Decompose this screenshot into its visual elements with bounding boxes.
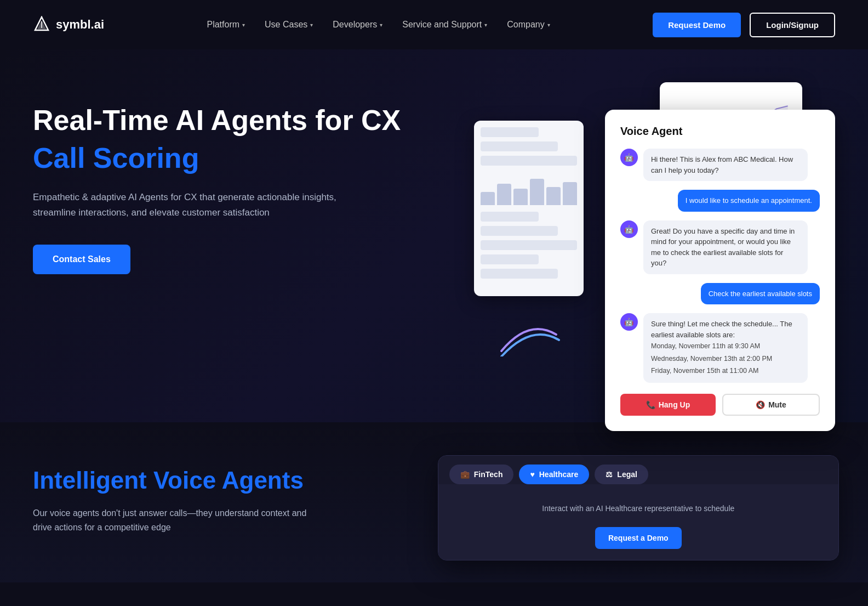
dash-row xyxy=(481,240,577,250)
nav-item-company[interactable]: Company ▾ xyxy=(507,20,550,30)
section2-right: 💼 FinTech ♥ Healthcare ⚖ Legal Interact … xyxy=(438,455,839,560)
logo-icon xyxy=(33,16,50,33)
message-row: 🤖 Sure thing! Let me check the schedule.… xyxy=(620,313,820,383)
nav-item-service[interactable]: Service and Support ▾ xyxy=(402,20,487,30)
user-message-bubble: Check the earliest available slots xyxy=(701,283,820,305)
section2-title: Intelligent Voice Agents xyxy=(33,466,394,495)
mute-icon: 🔇 xyxy=(756,400,765,409)
avatar: 🤖 xyxy=(620,220,638,238)
nav-item-developers[interactable]: Developers ▾ xyxy=(333,20,382,30)
navbar: symbl.ai Platform ▾ Use Cases ▾ Develope… xyxy=(0,0,868,49)
logo[interactable]: symbl.ai xyxy=(33,16,104,33)
bar xyxy=(546,187,561,205)
section-2: Intelligent Voice Agents Our voice agent… xyxy=(0,422,868,582)
dash-row xyxy=(481,156,577,166)
hero-subtitle: Call Scoring xyxy=(33,141,474,174)
bottom-card-text: Interact with an AI Healthcare represent… xyxy=(449,495,827,522)
request-demo-button[interactable]: Request Demo xyxy=(653,13,741,37)
tab-fintech[interactable]: 💼 FinTech xyxy=(449,465,514,484)
voice-agent-title: Voice Agent xyxy=(620,125,820,138)
contact-sales-button[interactable]: Contact Sales xyxy=(33,245,130,274)
hero-title: Real-Time AI Agents for CX xyxy=(33,104,474,137)
dash-row xyxy=(481,212,539,222)
avatar: 🤖 xyxy=(620,313,638,331)
nav-links: Platform ▾ Use Cases ▾ Developers ▾ Serv… xyxy=(207,20,550,30)
bar xyxy=(563,182,577,205)
login-signup-button[interactable]: Login/Signup xyxy=(750,13,835,37)
message-row: 🤖 Hi there! This is Alex from ABC Medica… xyxy=(620,149,820,181)
chevron-down-icon: ▾ xyxy=(310,22,313,28)
hero-description: Empathetic & adaptive AI Agents for CX t… xyxy=(33,190,351,220)
legal-icon: ⚖ xyxy=(606,470,613,479)
bar xyxy=(481,192,495,205)
section2-left: Intelligent Voice Agents Our voice agent… xyxy=(33,455,394,535)
user-message-bubble: I would like to schedule an appointment. xyxy=(678,190,820,212)
hang-up-button[interactable]: 📞 Hang Up xyxy=(620,394,716,416)
dash-row xyxy=(481,141,558,151)
chevron-down-icon: ▾ xyxy=(547,22,550,28)
dash-row xyxy=(481,269,558,279)
tab-legal[interactable]: ⚖ Legal xyxy=(595,465,648,484)
bottom-card-content: Interact with an AI Healthcare represent… xyxy=(438,484,838,560)
call-actions: 📞 Hang Up 🔇 Mute xyxy=(620,394,820,416)
hero-left: Real-Time AI Agents for CX Call Scoring … xyxy=(33,82,474,274)
bar xyxy=(497,184,511,205)
dash-row xyxy=(481,254,539,264)
chevron-down-icon: ▾ xyxy=(484,22,487,28)
tab-row: 💼 FinTech ♥ Healthcare ⚖ Legal xyxy=(438,456,838,484)
message-bubble: Sure thing! Let me check the schedule...… xyxy=(643,313,808,383)
tab-healthcare[interactable]: ♥ Healthcare xyxy=(519,465,589,484)
message-bubble: Great! Do you have a specific day and ti… xyxy=(643,220,808,274)
decorative-lines xyxy=(496,313,562,356)
chevron-down-icon: ▾ xyxy=(380,22,382,28)
bar-chart xyxy=(481,172,577,205)
hero-right: Voice Agent 🤖 Hi there! This is Alex fro… xyxy=(474,82,835,378)
bar xyxy=(530,179,544,205)
phone-icon: 📞 xyxy=(646,400,655,409)
bar xyxy=(513,189,528,205)
dash-row xyxy=(481,226,558,236)
chevron-down-icon: ▾ xyxy=(242,22,245,28)
message-row: 🤖 Great! Do you have a specific day and … xyxy=(620,220,820,274)
avatar: 🤖 xyxy=(620,149,638,166)
bottom-card: 💼 FinTech ♥ Healthcare ⚖ Legal Interact … xyxy=(438,455,839,560)
heart-icon: ♥ xyxy=(530,470,534,479)
fintech-icon: 💼 xyxy=(460,470,470,479)
nav-item-platform[interactable]: Platform ▾ xyxy=(207,20,245,30)
voice-agent-card: Voice Agent 🤖 Hi there! This is Alex fro… xyxy=(605,110,835,431)
dash-row xyxy=(481,127,539,137)
hero-section: Real-Time AI Agents for CX Call Scoring … xyxy=(0,49,868,422)
appointment-slots: Monday, November 11th at 9:30 AM Wednesd… xyxy=(651,340,800,377)
nav-actions: Request Demo Login/Signup xyxy=(653,13,835,37)
message-row: I would like to schedule an appointment. xyxy=(620,190,820,212)
message-bubble: Hi there! This is Alex from ABC Medical.… xyxy=(643,149,808,181)
nav-item-usecases[interactable]: Use Cases ▾ xyxy=(265,20,313,30)
request-demo-bottom-button[interactable]: Request a Demo xyxy=(595,527,682,549)
message-row: Check the earliest available slots xyxy=(620,283,820,305)
dashboard-card xyxy=(474,121,584,296)
section2-description: Our voice agents don't just answer calls… xyxy=(33,506,307,535)
mute-button[interactable]: 🔇 Mute xyxy=(722,394,820,416)
